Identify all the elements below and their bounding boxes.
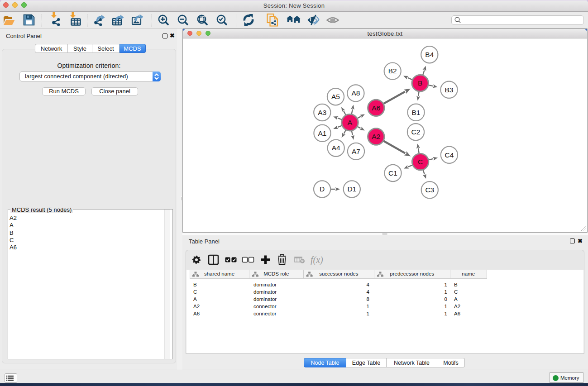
- svg-text:C4: C4: [445, 151, 454, 159]
- svg-text:A1: A1: [318, 129, 327, 137]
- svg-text:B4: B4: [425, 51, 434, 58]
- svg-text:A4: A4: [332, 144, 340, 152]
- svg-text:C2: C2: [411, 128, 421, 136]
- svg-text:B: B: [418, 79, 422, 87]
- svg-text:A3: A3: [318, 109, 326, 116]
- svg-text:A7: A7: [352, 148, 360, 155]
- svg-text:C: C: [418, 158, 423, 166]
- svg-text:A6: A6: [372, 104, 380, 112]
- svg-text:A: A: [348, 119, 353, 126]
- svg-text:D: D: [320, 185, 325, 193]
- svg-text:B3: B3: [445, 86, 454, 94]
- svg-text:C3: C3: [425, 186, 434, 194]
- svg-text:A2: A2: [372, 133, 380, 140]
- svg-text:D1: D1: [347, 185, 356, 193]
- svg-text:C1: C1: [388, 169, 397, 177]
- svg-text:B1: B1: [412, 109, 421, 116]
- svg-text:A8: A8: [351, 89, 360, 97]
- svg-text:B2: B2: [388, 67, 397, 75]
- svg-text:A5: A5: [331, 93, 340, 100]
- svg-text:f(x): f(x): [311, 255, 323, 265]
